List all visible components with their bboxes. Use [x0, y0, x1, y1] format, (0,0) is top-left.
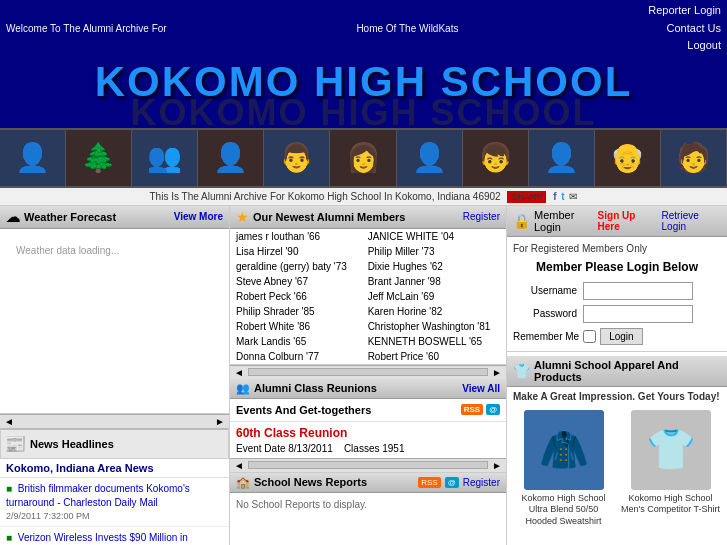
- login-section: 🔒 Member Login Sign Up Here Retrieve Log…: [507, 206, 727, 352]
- reunions-hscroll-track[interactable]: [248, 461, 488, 469]
- login-subtitle: For Registered Members Only: [513, 243, 721, 254]
- school-news-register[interactable]: Register: [463, 477, 500, 488]
- reporter-login-link[interactable]: Reporter Login: [648, 2, 721, 20]
- news-link-2[interactable]: Verizon Wireless Invests $90 Million in …: [6, 532, 188, 545]
- reunions-title: Alumni Class Reunions: [254, 382, 377, 394]
- signup-link[interactable]: Sign Up Here: [598, 210, 656, 232]
- school-news-icon: 🏫: [236, 476, 250, 489]
- alumni-hscroll[interactable]: ◄ ►: [230, 365, 506, 379]
- username-input[interactable]: [583, 282, 693, 300]
- photo-6: 👩: [330, 130, 396, 186]
- contact-us-link[interactable]: Contact Us: [648, 20, 721, 38]
- person-icon-7: 👤: [412, 141, 447, 174]
- reunions-icon: 👥: [236, 382, 250, 395]
- top-nav: Reporter Login Contact Us Logout: [648, 2, 721, 55]
- reunions-hscroll[interactable]: ◄ ►: [230, 458, 506, 472]
- alumni-col2-6: Christopher Washington '81: [362, 319, 506, 334]
- alumni-row-2[interactable]: geraldine (gerry) baty '73Dixie Hughes '…: [230, 259, 506, 274]
- logo-area: KOKOMO HIGH SCHOOL KOKOMO HIGH SCHOOL: [0, 57, 727, 128]
- login-header: 🔒 Member Login Sign Up Here Retrieve Log…: [507, 206, 727, 237]
- password-input[interactable]: [583, 305, 693, 323]
- news-list: ■ British filmmaker documents Kokomo's t…: [0, 478, 229, 545]
- alumni-col2-5: Karen Horine '82: [362, 304, 506, 319]
- main-content: ☁ Weather Forecast View More Weather dat…: [0, 206, 727, 545]
- remember-row: Remember Me Login: [513, 328, 721, 345]
- event-date-value: 8/13/2011: [288, 443, 333, 454]
- alumni-row-4[interactable]: Robert Peck '66Jeff McLain '69: [230, 289, 506, 304]
- alumni-header: ★ Our Newest Alumni Members Register: [230, 206, 506, 229]
- middle-column: ★ Our Newest Alumni Members Register jam…: [230, 206, 507, 545]
- school-news-email: @: [445, 477, 459, 488]
- alumni-col1-6: Robert White '86: [230, 319, 362, 334]
- news-link-1[interactable]: British filmmaker documents Kokomo's tur…: [6, 483, 190, 508]
- person-icon-9: 👤: [544, 141, 579, 174]
- hscroll-left-icon[interactable]: ◄: [234, 367, 244, 378]
- reunions-hscroll-right[interactable]: ►: [492, 460, 502, 471]
- reunions-view-all[interactable]: View All: [462, 383, 500, 394]
- photo-7: 👤: [397, 130, 463, 186]
- events-title: Events And Get-togethers RSS @: [230, 399, 506, 422]
- photo-4: 👤: [198, 130, 264, 186]
- share-bar: This Is The Alumni Archive For Kokomo Hi…: [0, 188, 727, 206]
- photo-3: 👥: [132, 130, 198, 186]
- event-details: Event Date 8/13/2011 Classes 1951: [236, 443, 500, 454]
- scroll-right-icon[interactable]: ►: [215, 416, 225, 427]
- retrieve-link[interactable]: Retrieve Login: [662, 210, 721, 232]
- school-news-title: School News Reports: [254, 476, 367, 488]
- product-1[interactable]: 🧥 Kokomo High School Ultra Blend 50/50 H…: [513, 410, 614, 528]
- apparel-products: 🧥 Kokomo High School Ultra Blend 50/50 H…: [507, 406, 727, 532]
- weather-icon: ☁: [6, 209, 20, 225]
- login-button[interactable]: Login: [600, 328, 642, 345]
- person-icon-2: 🌲: [81, 141, 116, 174]
- person-icon-1: 👤: [15, 141, 50, 174]
- alumni-col2-8: Robert Price '60: [362, 349, 506, 364]
- weather-scroll[interactable]: ◄ ►: [0, 414, 229, 428]
- weather-view-more[interactable]: View More: [174, 211, 223, 222]
- alumni-row-5[interactable]: Philip Shrader '85Karen Horine '82: [230, 304, 506, 319]
- reunions-hscroll-left[interactable]: ◄: [234, 460, 244, 471]
- alumni-col1-7: Mark Landis '65: [230, 334, 362, 349]
- person-icon-11: 🧑: [676, 141, 711, 174]
- hscroll-right-icon[interactable]: ►: [492, 367, 502, 378]
- remember-label: Remember Me: [513, 331, 579, 342]
- photo-10: 👴: [595, 130, 661, 186]
- hoodie-icon: 🧥: [539, 426, 589, 473]
- shirt-icon: 👕: [513, 363, 530, 379]
- weather-header: ☁ Weather Forecast View More: [0, 206, 229, 229]
- person-icon-8: 👦: [478, 141, 513, 174]
- password-row: Password: [513, 305, 721, 323]
- share-icon[interactable]: SHARE: [507, 191, 546, 203]
- person-icon-5: 👨: [279, 141, 314, 174]
- alumni-col2-7: KENNETH BOSWELL '65: [362, 334, 506, 349]
- product-1-name: Kokomo High School Ultra Blend 50/50 Hoo…: [513, 493, 614, 528]
- news-item-2: ■ Verizon Wireless Invests $90 Million i…: [0, 527, 229, 545]
- alumni-title: Our Newest Alumni Members: [253, 211, 405, 223]
- product-2[interactable]: 👕 Kokomo High School Men's Competitor T-…: [620, 410, 721, 528]
- alumni-row-7[interactable]: Mark Landis '65KENNETH BOSWELL '65: [230, 334, 506, 349]
- person-icon-6: 👩: [346, 141, 381, 174]
- event-classes-label: Classes: [344, 443, 380, 454]
- login-form: For Registered Members Only Member Pleas…: [507, 237, 727, 351]
- alumni-col1-3: Steve Abney '67: [230, 274, 362, 289]
- alumni-col1-8: Donna Colburn '77: [230, 349, 362, 364]
- alumni-row-0[interactable]: james r louthan '66JANICE WHITE '04: [230, 229, 506, 244]
- news-dot-1: ■: [6, 483, 12, 494]
- photo-8: 👦: [463, 130, 529, 186]
- alumni-row-8[interactable]: Donna Colburn '77Robert Price '60: [230, 349, 506, 364]
- newspaper-icon: 📰: [4, 433, 26, 455]
- alumni-members-section: ★ Our Newest Alumni Members Register jam…: [230, 206, 506, 365]
- person-icon-4: 👤: [213, 141, 248, 174]
- weather-title: Weather Forecast: [24, 211, 116, 223]
- school-news-rss: RSS: [418, 477, 440, 488]
- event-name-link[interactable]: 60th Class Reunion: [236, 426, 347, 440]
- hscroll-track[interactable]: [248, 368, 488, 376]
- remember-checkbox[interactable]: [583, 330, 596, 343]
- news-header-label: News Headlines: [30, 438, 114, 450]
- logout-link[interactable]: Logout: [648, 37, 721, 55]
- alumni-row-3[interactable]: Steve Abney '67Brant Janner '98: [230, 274, 506, 289]
- alumni-col1-2: geraldine (gerry) baty '73: [230, 259, 362, 274]
- alumni-row-1[interactable]: Lisa Hirzel '90Philip Miller '73: [230, 244, 506, 259]
- scroll-left-icon[interactable]: ◄: [4, 416, 14, 427]
- alumni-register-link[interactable]: Register: [463, 211, 500, 222]
- alumni-row-6[interactable]: Robert White '86Christopher Washington '…: [230, 319, 506, 334]
